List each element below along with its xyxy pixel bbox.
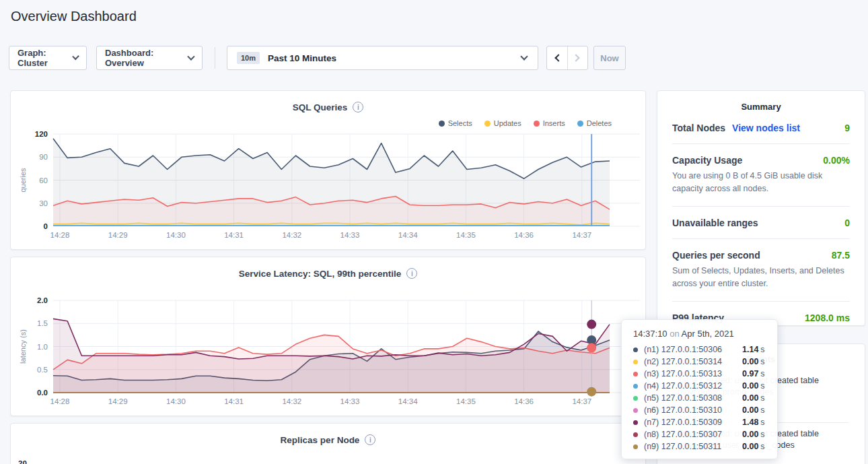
node-latency-unit: s	[760, 345, 764, 354]
y-tick-label: 0.5	[37, 366, 48, 374]
legend-item-updates[interactable]: Updates	[484, 119, 521, 127]
time-range-badge: 10m	[237, 52, 260, 64]
node-latency-unit: s	[760, 369, 764, 378]
node-address: (n4) 127.0.0.1:50312	[644, 381, 742, 391]
node-address: (n7) 127.0.0.1:50309	[644, 418, 742, 427]
node-latency-value: 0.00	[742, 430, 758, 439]
tooltip-node-row: (n2) 127.0.0.1:503140.00s	[633, 356, 777, 368]
legend-item-inserts[interactable]: Inserts	[534, 119, 565, 127]
y-tick-label: 1.0	[37, 343, 48, 351]
legend-dot	[484, 121, 491, 127]
service-latency-panel: Service Latency: SQL, 99th percentile i …	[10, 257, 646, 416]
dashboard-dropdown-label: Dashboard: Overview	[105, 48, 188, 68]
legend-label: Deletes	[587, 119, 612, 127]
node-color-dot	[633, 347, 638, 352]
x-tick-label: 14:32	[282, 231, 301, 239]
tooltip-node-row: (n7) 127.0.0.1:503091.48s	[633, 416, 777, 428]
y-tick-label: 60	[39, 176, 48, 185]
y-tick-label: 1.5	[37, 319, 48, 327]
tooltip-node-row: (n8) 127.0.0.1:503070.00s	[633, 428, 777, 440]
legend-dot	[439, 121, 445, 127]
summary-title: Summary	[657, 91, 865, 112]
node-address: (n2) 127.0.0.1:50314	[644, 357, 742, 366]
x-tick-label: 14:31	[224, 231, 244, 239]
node-color-dot	[633, 396, 638, 401]
sql-queries-legend: SelectsUpdatesInsertsDeletes	[439, 119, 612, 127]
time-range-dropdown[interactable]: 10m Past 10 Minutes	[227, 46, 538, 70]
x-tick-label: 14:34	[398, 397, 418, 405]
sql-queries-chart[interactable]: 14:2814:2914:3014:3114:3214:3314:3414:35…	[11, 91, 647, 251]
capacity-usage-label: Capacity Usage	[672, 155, 742, 166]
tooltip-node-row: (n9) 127.0.0.1:503110.00s	[633, 440, 777, 453]
node-color-dot	[633, 432, 638, 437]
x-tick-label: 14:28	[50, 231, 70, 239]
graph-dropdown[interactable]: Graph: Cluster	[9, 46, 87, 70]
step-back-button[interactable]	[547, 46, 567, 69]
tooltip-node-row: (n4) 127.0.0.1:503120.00s	[633, 380, 777, 392]
replicas-per-node-panel: Replicas per Node i 20	[10, 423, 646, 464]
x-tick-label: 14:37	[572, 231, 591, 239]
now-button[interactable]: Now	[593, 46, 626, 70]
tooltip-node-row: (n5) 127.0.0.1:503080.00s	[633, 392, 777, 404]
node-latency-unit: s	[760, 442, 764, 451]
node-address: (n6) 127.0.0.1:50310	[644, 405, 742, 415]
x-tick-label: 14:29	[108, 397, 128, 405]
x-tick-label: 14:35	[456, 231, 476, 239]
node-latency-value: 0.00	[742, 405, 758, 415]
legend-item-selects[interactable]: Selects	[439, 119, 472, 127]
info-icon[interactable]: i	[365, 434, 375, 445]
legend-dot	[577, 121, 583, 127]
legend-label: Updates	[494, 119, 521, 127]
node-latency-value: 1.48	[742, 418, 758, 427]
x-tick-label: 14:33	[340, 397, 360, 405]
node-color-dot	[633, 384, 638, 389]
hover-point	[587, 320, 596, 329]
node-latency-unit: s	[760, 381, 764, 391]
replicas-ymax-tick: 20	[18, 459, 27, 464]
page-title: Overview Dashboard	[11, 9, 137, 24]
x-tick-label: 14:36	[514, 397, 534, 405]
x-tick-label: 14:28	[50, 397, 70, 405]
legend-item-deletes[interactable]: Deletes	[577, 119, 612, 127]
x-tick-label: 14:35	[456, 397, 476, 405]
y-tick-label: 0	[44, 222, 48, 230]
sql-queries-title: SQL Queries	[293, 102, 348, 112]
chevron-right-icon	[573, 54, 580, 61]
node-address: (n3) 127.0.0.1:50313	[644, 369, 742, 378]
service-latency-chart[interactable]: 14:2814:2914:3014:3114:3214:3314:3414:35…	[11, 257, 647, 417]
node-latency-unit: s	[760, 357, 764, 366]
y-tick-label: 90	[39, 153, 48, 161]
node-latency-value: 0.00	[742, 381, 758, 391]
node-color-dot	[633, 372, 638, 376]
controls-divider	[215, 47, 215, 69]
tooltip-node-row: (n6) 127.0.0.1:503100.00s	[633, 404, 777, 416]
overview-dashboard-page: Overview Dashboard Graph: Cluster Dashbo…	[0, 0, 868, 464]
step-forward-button[interactable]	[567, 46, 588, 69]
node-color-dot	[633, 420, 638, 425]
tooltip-node-row: (n1) 127.0.0.1:503061.14s	[633, 343, 777, 356]
view-nodes-list-link[interactable]: View nodes list	[732, 123, 800, 133]
node-latency-value: 0.00	[742, 442, 758, 451]
node-latency-unit: s	[760, 405, 764, 415]
node-address: (n8) 127.0.0.1:50307	[644, 430, 742, 439]
service-latency-title: Service Latency: SQL, 99th percentile	[239, 269, 402, 279]
y-tick-label: 2.0	[37, 296, 48, 304]
capacity-usage-description: You are using 0 B of 4.5 GiB usable disk…	[672, 166, 850, 196]
node-latency-unit: s	[760, 418, 764, 427]
dashboard-dropdown[interactable]: Dashboard: Overview	[96, 46, 203, 70]
time-range-label: Past 10 Minutes	[268, 53, 336, 63]
x-tick-label: 14:30	[166, 397, 186, 405]
node-latency-value: 0.00	[742, 393, 758, 403]
queries-per-second-value: 87.5	[832, 250, 850, 261]
x-tick-label: 14:33	[340, 231, 360, 239]
node-latency-value: 0.97	[742, 369, 758, 378]
info-icon[interactable]: i	[406, 268, 417, 279]
queries-per-second-description: Sum of Selects, Updates, Inserts, and De…	[672, 261, 850, 291]
node-latency-value: 0.00	[742, 357, 758, 366]
hover-point	[587, 343, 596, 353]
info-icon[interactable]: i	[353, 102, 363, 112]
queries-per-second-label: Queries per second	[672, 250, 760, 261]
x-tick-label: 14:29	[108, 231, 128, 239]
x-tick-label: 14:37	[572, 397, 591, 405]
y-tick-label: 120	[35, 130, 48, 138]
